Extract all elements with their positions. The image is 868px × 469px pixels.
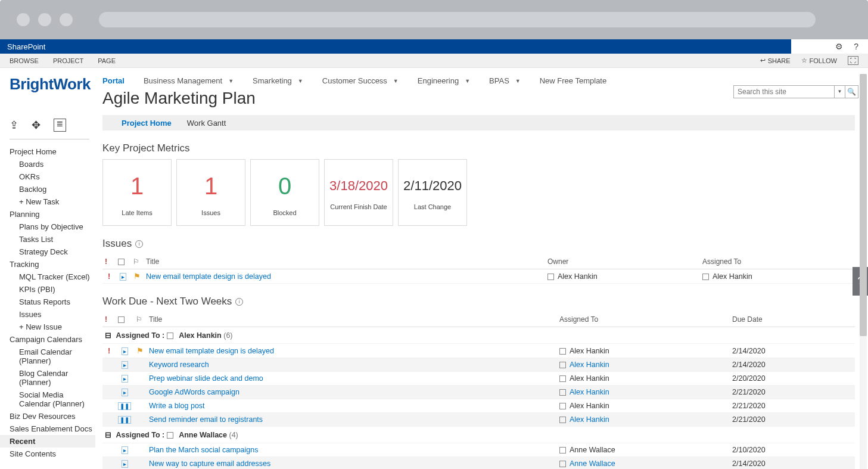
topnav-item[interactable]: Smarketing▼	[253, 76, 303, 85]
item-menu-icon[interactable]: ▸	[122, 460, 128, 468]
nav-item[interactable]: KPIs (PBI)	[10, 283, 95, 296]
nav-item[interactable]: Plans by Objective	[10, 220, 95, 233]
upload-icon[interactable]: ⇪	[10, 119, 18, 132]
nav-heading[interactable]: Tracking	[10, 258, 95, 271]
nav-item[interactable]: Boards	[10, 158, 95, 170]
col-check[interactable]	[116, 254, 130, 269]
collapse-icon[interactable]: ⊟	[105, 431, 111, 439]
work-title-link[interactable]: New way to capture email addresses	[149, 459, 270, 468]
col-due[interactable]: Due Date	[730, 312, 855, 327]
work-title-link[interactable]: Prep webinar slide deck and demo	[149, 374, 263, 383]
collapse-icon[interactable]: ⊟	[105, 331, 111, 340]
topnav-item[interactable]: Portal	[102, 76, 125, 85]
info-icon[interactable]: i	[135, 240, 143, 248]
work-title-link[interactable]: New email template design is delayed	[149, 347, 274, 355]
work-title-link[interactable]: Plan the March social campaigns	[149, 446, 258, 454]
assigned-link[interactable]: Alex Hankin	[570, 415, 609, 424]
nav-item[interactable]: Email Calendar (Planner)	[10, 346, 95, 367]
topnav-item[interactable]: BPAS▼	[489, 76, 521, 85]
search-input[interactable]	[733, 85, 835, 98]
checkbox[interactable]	[559, 362, 566, 368]
checkbox[interactable]	[559, 348, 566, 355]
table-row[interactable]: ▸New way to capture email addressesAnne …	[102, 457, 855, 470]
col-assigned[interactable]: Assigned To	[700, 254, 855, 269]
table-row[interactable]: ▸Keyword researchAlex Hankin2/14/2020	[102, 358, 855, 372]
table-row[interactable]: ▸Prep webinar slide deck and demoAlex Ha…	[102, 372, 855, 386]
checkbox[interactable]	[167, 333, 173, 339]
col-assigned[interactable]: Assigned To	[557, 312, 730, 327]
search-scope-dropdown[interactable]: ▼	[835, 85, 845, 98]
nav-heading[interactable]: Project Home	[10, 145, 95, 158]
brand-logo[interactable]: BrightWork	[10, 75, 91, 108]
nav-item[interactable]: + New Task	[10, 195, 95, 208]
nav-item[interactable]: Social Media Calendar (Planner)	[10, 389, 95, 410]
checkbox[interactable]	[559, 375, 566, 382]
ribbon-tab[interactable]: PAGE	[98, 57, 116, 64]
work-title-link[interactable]: Send reminder email to registrants	[149, 415, 263, 424]
assigned-link[interactable]: Alex Hankin	[570, 361, 609, 369]
nav-item[interactable]: Strategy Deck	[10, 246, 95, 258]
ribbon-tab[interactable]: PROJECT	[53, 57, 83, 64]
share-button[interactable]: ↩ SHARE	[760, 57, 791, 64]
nav-item[interactable]: Issues	[10, 308, 95, 321]
page-tab[interactable]: Project Home	[122, 119, 172, 128]
page-icon[interactable]: ≡	[54, 119, 66, 132]
checkbox[interactable]	[547, 274, 554, 280]
item-menu-icon[interactable]: ▸	[120, 273, 126, 281]
search-icon[interactable]: 🔍	[845, 85, 858, 98]
gear-icon[interactable]: ⚙	[835, 42, 843, 51]
assigned-link[interactable]: Alex Hankin	[570, 388, 609, 396]
topnav-item[interactable]: New Free Template	[540, 76, 606, 85]
checkbox[interactable]	[702, 274, 709, 280]
work-title-link[interactable]: Write a blog post	[149, 402, 205, 410]
topnav-item[interactable]: Customer Success▼	[322, 76, 399, 85]
table-row[interactable]: !▸⚑New email template design is delayedA…	[102, 269, 855, 284]
item-pause-icon[interactable]: ❚❚	[118, 402, 131, 410]
nav-heading[interactable]: Planning	[10, 208, 95, 220]
info-icon[interactable]: i	[235, 298, 243, 306]
scrollbar-thumb[interactable]	[860, 74, 867, 336]
nav-item-selected[interactable]: Recent	[0, 435, 95, 448]
nav-item[interactable]: Backlog	[10, 183, 95, 195]
checkbox[interactable]	[167, 432, 173, 439]
checkbox[interactable]	[559, 461, 566, 467]
page-tab[interactable]: Work Gantt	[187, 119, 226, 128]
table-row[interactable]: ❚❚Send reminder email to registrantsAlex…	[102, 413, 855, 427]
nav-item[interactable]: Biz Dev Resources	[10, 410, 95, 423]
item-menu-icon[interactable]: ▸	[122, 347, 128, 355]
nav-item[interactable]: Sales Enablement Docs	[10, 423, 95, 435]
url-bar[interactable]	[99, 12, 816, 27]
checkbox[interactable]	[559, 403, 566, 409]
nav-item[interactable]: Site Contents	[10, 448, 95, 460]
checkbox[interactable]	[559, 447, 566, 454]
work-title-link[interactable]: Keyword research	[149, 361, 209, 369]
nav-item[interactable]: OKRs	[10, 170, 95, 183]
item-menu-icon[interactable]: ▸	[122, 361, 128, 369]
col-title[interactable]: Title	[144, 254, 545, 269]
topnav-item[interactable]: Business Management▼	[144, 76, 234, 85]
follow-button[interactable]: ☆ FOLLOW	[801, 57, 837, 64]
topnav-item[interactable]: Engineering▼	[418, 76, 470, 85]
suite-title[interactable]: SharePoint	[0, 39, 791, 54]
nav-item[interactable]: MQL Tracker (Excel)	[10, 271, 95, 283]
nav-heading[interactable]: Campaign Calendars	[10, 333, 95, 346]
item-menu-icon[interactable]: ▸	[122, 446, 128, 454]
nav-item[interactable]: + New Issue	[10, 321, 95, 333]
table-row[interactable]: ▸Plan the March social campaignsAnne Wal…	[102, 443, 855, 457]
col-title[interactable]: Title	[147, 312, 557, 327]
table-row[interactable]: ▸Google AdWords campaignAlex Hankin2/21/…	[102, 386, 855, 399]
checkbox[interactable]	[559, 417, 566, 423]
work-title-link[interactable]: Google AdWords campaign	[149, 388, 239, 396]
assigned-link[interactable]: Anne Wallace	[570, 459, 615, 468]
move-icon[interactable]: ✥	[32, 119, 41, 132]
item-pause-icon[interactable]: ❚❚	[118, 416, 131, 424]
item-menu-icon[interactable]: ▸	[122, 375, 128, 383]
table-row[interactable]: !▸⚑New email template design is delayedA…	[102, 344, 855, 358]
focus-icon[interactable]: ⛶	[848, 56, 858, 65]
nav-item[interactable]: Blog Calendar (Planner)	[10, 367, 95, 389]
col-owner[interactable]: Owner	[545, 254, 700, 269]
scrollbar[interactable]	[860, 74, 867, 469]
nav-item[interactable]: Tasks List	[10, 233, 95, 246]
nav-item[interactable]: Status Reports	[10, 296, 95, 308]
table-row[interactable]: ❚❚Write a blog postAlex Hankin2/21/2020	[102, 399, 855, 413]
